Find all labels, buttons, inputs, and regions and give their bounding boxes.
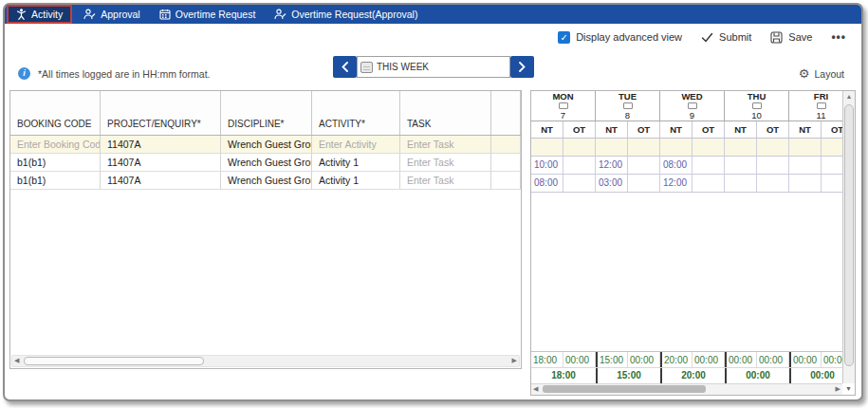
scroll-right-icon[interactable]: ▶ — [836, 385, 840, 393]
discipline-cell[interactable]: Wrench Guest Group — [221, 136, 312, 153]
booking-code-cell[interactable]: b1(b1) — [10, 172, 101, 189]
calendar-icon — [159, 9, 171, 20]
time-cell[interactable] — [660, 139, 693, 156]
submit-label: Submit — [719, 31, 751, 43]
col-activity[interactable]: ACTIVITY* — [312, 91, 400, 135]
col-project-enquiry[interactable]: PROJECT/ENQUIRY* — [101, 91, 221, 135]
time-cell[interactable] — [628, 157, 660, 174]
tab-activity[interactable]: Activity — [7, 5, 72, 24]
booking-code-cell[interactable]: Enter Booking Code — [10, 136, 101, 153]
time-cell[interactable] — [822, 157, 842, 174]
time-cell[interactable] — [693, 139, 725, 156]
time-cell[interactable] — [757, 139, 789, 156]
submit-button[interactable]: Submit — [701, 31, 751, 43]
booking-row: b1(b1) 11407A Wrench Guest Group Activit… — [10, 172, 521, 190]
discipline-cell[interactable]: Wrench Guest Group — [221, 154, 312, 171]
layout-button[interactable]: ⚙ Layout — [799, 67, 844, 80]
day-checkbox[interactable] — [752, 102, 762, 109]
time-cell[interactable] — [822, 139, 842, 156]
hscrollbar-thumb[interactable] — [543, 385, 706, 393]
activity-cell[interactable]: Enter Activity — [312, 136, 400, 153]
project-cell[interactable]: 11407A — [101, 172, 221, 189]
scroll-down-icon[interactable]: ▼ — [842, 383, 855, 395]
save-floppy-icon — [770, 31, 783, 44]
time-cell[interactable] — [725, 157, 757, 174]
day-checkbox[interactable] — [688, 102, 697, 109]
save-button[interactable]: Save — [770, 31, 812, 44]
day-checkbox[interactable] — [817, 102, 826, 109]
scroll-up-icon[interactable]: ▲ — [843, 93, 855, 100]
gear-icon: ⚙ — [799, 67, 810, 80]
task-cell[interactable]: Enter Task — [400, 172, 491, 189]
booking-table-hscrollbar[interactable]: ◀ ▶ — [11, 355, 520, 367]
time-cell[interactable] — [789, 157, 822, 174]
activity-cell[interactable]: Activity 1 — [312, 154, 400, 171]
col-booking-code[interactable]: BOOKING CODE — [10, 91, 101, 135]
time-grid-hscrollbar[interactable]: ◀ ▶ — [531, 383, 842, 395]
time-cell[interactable] — [757, 175, 789, 192]
total-cell: 00:00 — [628, 352, 660, 367]
project-cell[interactable]: 11407A — [101, 154, 221, 171]
time-cell[interactable]: 12:00 — [660, 175, 693, 192]
time-cell[interactable]: 10:00 — [531, 157, 563, 174]
tab-overtime-request[interactable]: Overtime Request — [150, 5, 266, 24]
tab-label: Activity — [31, 9, 63, 20]
time-cell[interactable] — [822, 175, 842, 192]
time-cell[interactable] — [757, 157, 789, 174]
more-options-button[interactable]: ••• — [831, 30, 846, 44]
scroll-left-icon[interactable]: ◀ — [533, 385, 538, 393]
time-cell[interactable] — [725, 175, 757, 192]
vscrollbar-thumb[interactable] — [844, 104, 854, 366]
project-cell[interactable]: 11407A — [101, 136, 221, 153]
total-cell: 00:00 — [693, 352, 725, 367]
activity-cell[interactable]: Activity 1 — [312, 172, 400, 189]
day-header-mon: MON7 — [531, 91, 596, 121]
totals-day-row: 18:00 15:00 20:00 00:00 00:00 — [531, 368, 842, 383]
scroll-right-icon[interactable]: ▶ — [512, 357, 517, 364]
subcol-nt: NT — [789, 121, 822, 138]
toolbar: ✓ Display advanced view Submit Save ••• — [558, 26, 846, 48]
time-grid: MON7 TUE8 WED9 THU10 FRI11 NTOT NTOT NTO… — [530, 90, 856, 396]
day-checkbox[interactable] — [559, 102, 568, 109]
time-cell[interactable] — [563, 157, 596, 174]
booking-code-cell[interactable]: b1(b1) — [10, 154, 101, 171]
scroll-left-icon[interactable]: ◀ — [14, 357, 19, 364]
tab-overtime-request-approval[interactable]: Overtime Request(Approval) — [265, 5, 427, 24]
time-cell[interactable] — [628, 175, 660, 192]
tab-approval[interactable]: Approval — [74, 5, 149, 24]
calendar-icon — [360, 62, 373, 73]
time-cell[interactable] — [563, 175, 596, 192]
time-cell[interactable] — [693, 175, 725, 192]
subcol-nt: NT — [660, 121, 693, 138]
task-cell[interactable]: Enter Task — [400, 154, 491, 171]
day-checkbox[interactable] — [623, 102, 633, 109]
time-cell[interactable]: 08:00 — [660, 157, 693, 174]
time-cell[interactable] — [789, 175, 822, 192]
time-cell[interactable] — [596, 139, 628, 156]
week-select-field[interactable]: THIS WEEK — [357, 56, 510, 78]
time-cell[interactable] — [725, 139, 757, 156]
time-cell[interactable]: 03:00 — [596, 175, 628, 192]
display-advanced-view-toggle[interactable]: ✓ Display advanced view — [558, 31, 682, 44]
booking-row: b1(b1) 11407A Wrench Guest Group Activit… — [10, 154, 521, 172]
time-cell[interactable] — [531, 139, 563, 156]
day-header-thu: THU10 — [725, 91, 789, 121]
hscrollbar-thumb[interactable] — [24, 357, 204, 365]
total-cell: 00:00 — [757, 352, 789, 367]
time-cell[interactable]: 12:00 — [596, 157, 628, 174]
next-week-button[interactable] — [510, 56, 534, 78]
time-cell[interactable]: 08:00 — [531, 175, 563, 192]
time-cell[interactable] — [789, 139, 822, 156]
prev-week-button[interactable] — [333, 56, 357, 78]
col-extra — [491, 91, 521, 135]
time-cell[interactable] — [563, 139, 596, 156]
checked-checkbox-icon[interactable]: ✓ — [558, 31, 570, 44]
col-discipline[interactable]: DISCIPLINE* — [221, 91, 312, 135]
time-grid-vscrollbar[interactable]: ▲ — [842, 91, 855, 383]
time-cell[interactable] — [628, 139, 660, 156]
col-task[interactable]: TASK — [400, 91, 491, 135]
tab-label: Approval — [101, 9, 139, 20]
time-cell[interactable] — [693, 157, 725, 174]
task-cell[interactable]: Enter Task — [400, 136, 491, 153]
discipline-cell[interactable]: Wrench Guest Group — [221, 172, 312, 189]
